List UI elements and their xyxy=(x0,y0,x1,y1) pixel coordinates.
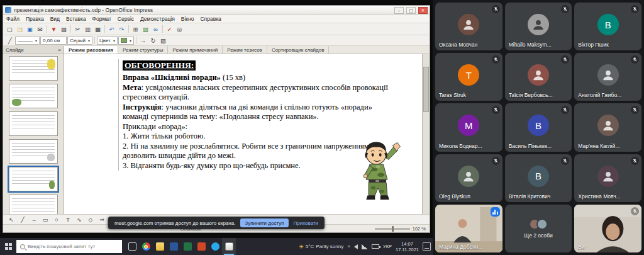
network-icon[interactable] xyxy=(362,244,368,249)
participant-tile[interactable]: T Taras Struk xyxy=(435,53,502,101)
table-icon[interactable]: ⊞ xyxy=(131,25,140,34)
ellipse-tool-icon[interactable]: ○ xyxy=(52,215,61,224)
search-input[interactable] xyxy=(28,244,118,249)
participant-tile[interactable]: Mihailo Maksym... xyxy=(505,3,572,50)
title-bar[interactable]: презентація самоефективність.odp - OpenO… xyxy=(3,6,430,15)
rectangle-tool-icon[interactable]: ▭ xyxy=(41,215,50,224)
redo-icon[interactable]: ↷ xyxy=(117,25,126,34)
tab-outline-view[interactable]: Режим структуры xyxy=(118,46,168,54)
menu-view[interactable]: Вид xyxy=(47,16,63,22)
word-button[interactable] xyxy=(167,238,180,255)
panel-close-icon[interactable]: × xyxy=(58,47,61,53)
slide-thumbnail-selected[interactable] xyxy=(9,167,58,191)
cut-icon[interactable]: ✂ xyxy=(73,25,82,34)
start-button[interactable] xyxy=(0,238,16,255)
open-icon[interactable]: ◳ xyxy=(15,25,25,34)
line-draw-icon[interactable]: ╱ xyxy=(18,215,27,224)
spellcheck-icon[interactable]: ✓ xyxy=(165,25,174,34)
menu-insert[interactable]: Вставка xyxy=(63,16,89,22)
language-indicator[interactable]: УКР xyxy=(383,244,392,249)
slide-thumbnail[interactable] xyxy=(9,84,58,108)
participant-tile[interactable]: Oleg Blyskun xyxy=(435,154,502,202)
menu-help[interactable]: Справка xyxy=(197,16,224,22)
slide-thumbnail[interactable] xyxy=(9,195,58,214)
clock[interactable]: 14:07 17.11.2021 xyxy=(396,241,419,252)
hide-toast-button[interactable]: Приховати xyxy=(293,220,318,226)
participant-tile[interactable]: Таїсія Вербовсь... xyxy=(505,53,572,101)
undo-icon[interactable]: ↶ xyxy=(107,25,116,34)
fill-color-select[interactable]: ▾ xyxy=(118,37,134,45)
impress-taskbar-button[interactable] xyxy=(222,238,236,255)
participant-tile[interactable]: Мар'яна Каглій... xyxy=(574,103,641,151)
powerpoint-button[interactable] xyxy=(194,238,208,255)
zoom-icon[interactable]: ◎ xyxy=(175,25,184,34)
line-tool-icon[interactable]: ╱ xyxy=(5,36,14,45)
zoom-slider[interactable] xyxy=(375,228,410,230)
line-style-select[interactable]: ——— ▾ xyxy=(15,37,40,45)
menu-window[interactable]: Вікно xyxy=(178,16,197,22)
rotate-icon[interactable]: ↻ xyxy=(148,36,158,45)
line-width-input[interactable]: 0,00 см xyxy=(40,37,67,45)
scrollbar-thumb[interactable] xyxy=(423,67,429,112)
task-view-button[interactable] xyxy=(125,238,139,255)
chrome-button[interactable] xyxy=(139,238,153,255)
tab-notes-view[interactable]: Режим примечаний xyxy=(168,46,223,54)
shadow-icon[interactable]: ▨ xyxy=(158,36,168,45)
participant-tile[interactable]: Христина Мовч... xyxy=(574,154,641,202)
save-icon[interactable]: ▣ xyxy=(25,25,35,34)
slide-thumbnail[interactable] xyxy=(9,111,58,136)
stop-sharing-button[interactable]: Зупинити доступ xyxy=(240,218,288,227)
line-color-select[interactable]: Серый ▾ xyxy=(67,37,92,45)
file-explorer-button[interactable] xyxy=(153,238,167,255)
excel-button[interactable] xyxy=(180,238,194,255)
tray-expand-icon[interactable]: ˄ xyxy=(347,244,350,249)
battery-icon[interactable] xyxy=(372,244,379,249)
menu-format[interactable]: Формат xyxy=(89,16,114,22)
paste-icon[interactable]: ▦ xyxy=(93,25,103,34)
close-button[interactable]: ✕ xyxy=(418,7,428,14)
participant-tile[interactable]: Анатолій Гжибо... xyxy=(574,53,641,101)
maximize-button[interactable]: ▢ xyxy=(406,7,416,14)
hyperlink-icon[interactable]: ∞ xyxy=(151,25,160,34)
participant-tile-speaking[interactable]: Марина Добрян... xyxy=(435,205,502,252)
fill-style-select[interactable]: Цвет ▾ xyxy=(97,37,118,45)
new-icon[interactable]: ▢ xyxy=(5,25,14,34)
menu-file[interactable]: Файл xyxy=(3,16,23,22)
curve-tool-icon[interactable]: ∿ xyxy=(75,215,84,224)
email-icon[interactable]: ✉ xyxy=(35,25,45,34)
basic-shapes-icon[interactable]: ◇ xyxy=(86,215,95,224)
copy-icon[interactable]: ▥ xyxy=(83,25,92,34)
participant-tile[interactable]: В Василь Пінькев... xyxy=(505,103,572,151)
participant-tile[interactable]: Оксана Мовчан xyxy=(435,3,502,50)
more-participants-tile[interactable]: Ще 2 особи xyxy=(505,205,572,252)
tab-handout-view[interactable]: Режим тезисов xyxy=(223,46,267,54)
tab-drawing-view[interactable]: Режим рисования xyxy=(64,46,118,54)
arrow-style-icon[interactable]: → xyxy=(138,36,148,45)
menu-slideshow[interactable]: Демонстрація xyxy=(137,16,178,22)
text-tool-icon[interactable]: T xyxy=(64,215,72,224)
block-arrows-icon[interactable]: ⇒ xyxy=(97,215,106,224)
weather-widget[interactable]: ☀ 5°C Partly sunny xyxy=(299,244,344,250)
print-icon[interactable]: ▤ xyxy=(59,25,69,34)
telegram-button[interactable] xyxy=(208,238,222,255)
select-tool-icon[interactable]: ↖ xyxy=(7,215,16,224)
arrow-draw-icon[interactable]: → xyxy=(30,215,38,224)
chart-icon[interactable]: ▧ xyxy=(141,25,150,34)
minimize-button[interactable]: – xyxy=(394,7,404,14)
participant-tile[interactable]: М Микола Боднар... xyxy=(435,103,502,151)
slide-canvas[interactable]: ОБГОВОРЕННЯ: Вправа «Шкідливі поради» (1… xyxy=(64,54,430,214)
participant-tile[interactable]: В Віталія Критович xyxy=(505,154,572,202)
tab-slide-sorter[interactable]: Сортировщик слайдов xyxy=(267,46,330,54)
participant-tile[interactable]: В Віктор Пшик xyxy=(574,3,641,50)
slide-thumbnail[interactable] xyxy=(9,139,58,164)
export-pdf-icon[interactable]: ▼ xyxy=(49,25,58,34)
volume-icon[interactable] xyxy=(354,244,358,249)
action-center-icon[interactable] xyxy=(423,242,431,251)
menu-tools[interactable]: Сервіс xyxy=(114,16,137,22)
participant-name: Мар'яна Каглій... xyxy=(578,143,630,149)
self-video-tile[interactable]: Ви xyxy=(574,205,641,252)
vertical-scrollbar[interactable] xyxy=(422,54,430,214)
slide-thumbnail[interactable] xyxy=(9,56,58,81)
menu-edit[interactable]: Правка xyxy=(23,16,47,22)
taskbar-search[interactable] xyxy=(16,240,122,253)
